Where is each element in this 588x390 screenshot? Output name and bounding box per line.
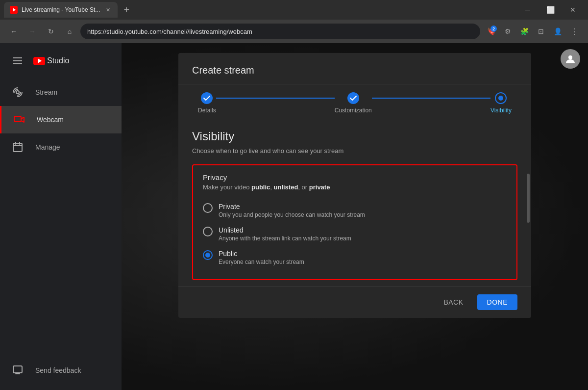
radio-public-label: Public: [219, 250, 304, 258]
back-button[interactable]: ←: [6, 24, 22, 39]
radio-private[interactable]: Private Only you and people you choose c…: [203, 199, 507, 222]
feedback-icon: [12, 364, 24, 376]
send-feedback-button[interactable]: Send feedback: [0, 359, 122, 382]
step-customization-label: Customization: [335, 107, 372, 114]
svg-rect-6: [13, 366, 22, 373]
nav-bar: ← → ↻ ⌂ https://studio.youtube.com/chann…: [0, 20, 588, 43]
close-window-button[interactable]: ✕: [562, 0, 584, 20]
step-visibility-circle: [495, 92, 507, 104]
sidebar-item-stream[interactable]: Stream: [0, 78, 122, 106]
user-avatar[interactable]: [561, 49, 580, 69]
step-visibility-label: Visibility: [490, 107, 512, 114]
step-details: Details: [198, 92, 216, 114]
radio-unlisted-circle: [203, 227, 213, 236]
create-stream-dialog: Create stream Details: [178, 53, 531, 318]
privacy-description: Make your video public, unlisted, or pri…: [203, 183, 507, 191]
address-text: https://studio.youtube.com/channel//live…: [87, 28, 252, 35]
radio-private-label: Private: [219, 203, 365, 210]
user-profile-icon[interactable]: 👤: [550, 24, 565, 39]
sidebar: Studio Stream: [0, 43, 122, 390]
maximize-button[interactable]: ⬜: [539, 0, 562, 20]
tab-title: Live streaming - YouTube St...: [22, 6, 100, 13]
dialog-header: Create stream: [178, 53, 531, 84]
main-content: Create stream Details: [122, 43, 588, 390]
radio-private-content: Private Only you and people you choose c…: [219, 203, 365, 218]
tab-close-button[interactable]: ✕: [104, 6, 112, 14]
manage-icon: [12, 141, 24, 153]
section-title: Visibility: [192, 130, 517, 143]
puzzle-icon[interactable]: 🧩: [516, 24, 532, 39]
svg-point-7: [568, 55, 572, 59]
step-line-2: [372, 98, 490, 99]
svg-rect-5: [13, 143, 22, 152]
yt-icon: [33, 57, 45, 65]
stream-icon: [12, 86, 24, 98]
radio-private-sublabel: Only you and people you choose can watch…: [219, 211, 365, 218]
radio-private-circle: [203, 203, 213, 213]
svg-point-3: [16, 91, 19, 94]
svg-rect-1: [13, 60, 22, 61]
back-button[interactable]: BACK: [436, 294, 471, 310]
new-tab-button[interactable]: +: [120, 3, 133, 17]
privacy-title: Privacy: [203, 173, 507, 182]
sidebar-footer: Send feedback: [0, 351, 122, 390]
sidebar-item-webcam[interactable]: Webcam: [0, 106, 122, 133]
sidebar-header: Studio: [0, 47, 122, 78]
manage-label: Manage: [35, 143, 60, 151]
feedback-label: Send feedback: [35, 366, 81, 374]
step-visibility: Visibility: [490, 92, 512, 114]
forward-button[interactable]: →: [24, 24, 40, 39]
address-bar[interactable]: https://studio.youtube.com/channel//live…: [80, 24, 480, 39]
radio-unlisted-content: Unlisted Anyone with the stream link can…: [219, 226, 351, 242]
svg-rect-4: [14, 116, 21, 122]
step-customization-circle: [347, 92, 359, 104]
hamburger-button[interactable]: [8, 51, 27, 71]
stepper: Details Customization: [178, 84, 531, 118]
webcam-label: Webcam: [37, 116, 64, 124]
extension-icons: 🔖 2 ⚙ 🧩 ⊡ 👤 ⋮: [483, 24, 582, 39]
window-controls: ─ ⬜ ✕: [516, 0, 584, 20]
dialog-title: Create stream: [192, 65, 254, 76]
radio-unlisted[interactable]: Unlisted Anyone with the stream link can…: [203, 222, 507, 246]
radio-public-content: Public Everyone can watch your stream: [219, 250, 304, 265]
webcam-icon: [13, 114, 25, 126]
step-details-circle: [201, 92, 213, 104]
refresh-button[interactable]: ↻: [43, 24, 59, 39]
extensions-icon[interactable]: ⚙: [500, 24, 515, 39]
step-line-1: [216, 98, 335, 99]
minimize-button[interactable]: ─: [516, 0, 539, 20]
stream-label: Stream: [35, 88, 57, 96]
dialog-body: Visibility Choose when to go live and wh…: [178, 118, 531, 286]
active-tab[interactable]: Live streaming - YouTube St... ✕: [4, 2, 118, 18]
sidebar-item-manage[interactable]: Manage: [0, 133, 122, 161]
radio-public-sublabel: Everyone can watch your stream: [219, 259, 304, 265]
app-body: Studio Stream: [0, 43, 588, 390]
radio-unlisted-sublabel: Anyone with the stream link can watch yo…: [219, 235, 351, 242]
step-customization: Customization: [335, 92, 372, 114]
user-avatar-area: [561, 49, 580, 69]
home-button[interactable]: ⌂: [62, 24, 77, 39]
dialog-footer: BACK DONE: [178, 286, 531, 318]
done-button[interactable]: DONE: [477, 294, 517, 310]
section-desc: Choose when to go live and who can see y…: [192, 147, 517, 155]
radio-unlisted-label: Unlisted: [219, 226, 351, 234]
privacy-box: Privacy Make your video public, unlisted…: [192, 164, 517, 280]
more-menu-icon[interactable]: ⋮: [566, 24, 582, 39]
step-details-label: Details: [198, 107, 216, 114]
tab-favicon: [10, 6, 18, 14]
svg-rect-2: [13, 63, 22, 64]
dialog-overlay: Create stream Details: [122, 43, 588, 390]
scrollbar-track: [525, 112, 531, 318]
svg-rect-0: [13, 57, 22, 58]
studio-label: Studio: [47, 56, 69, 65]
browser-chrome: Live streaming - YouTube St... ✕ + ─ ⬜ ✕…: [0, 0, 588, 43]
radio-public-inner: [205, 253, 210, 258]
extension-badge-icon[interactable]: 🔖 2: [483, 24, 499, 39]
radio-public[interactable]: Public Everyone can watch your stream: [203, 246, 507, 269]
scrollbar-thumb[interactable]: [527, 174, 530, 223]
radio-public-circle: [203, 250, 213, 260]
sidebar-nav: Stream Webcam: [0, 78, 122, 161]
youtube-logo[interactable]: Studio: [33, 56, 69, 65]
sidebar-toggle-icon[interactable]: ⊡: [533, 24, 549, 39]
